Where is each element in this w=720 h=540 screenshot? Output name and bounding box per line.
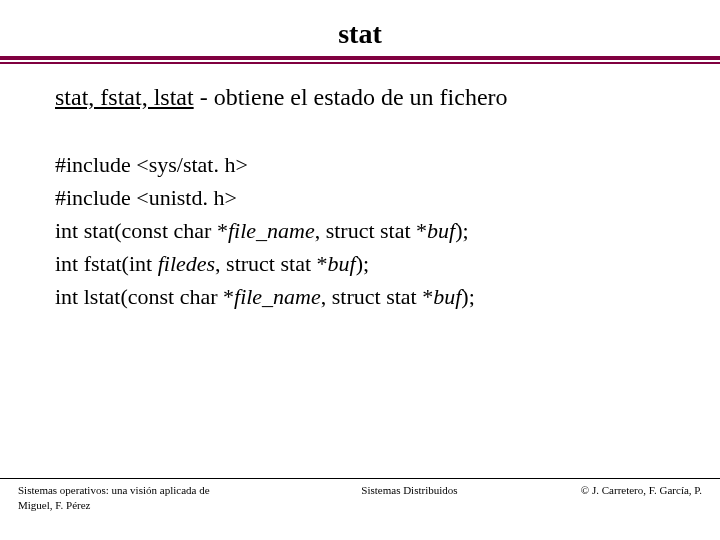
code-line: int lstat(const char *file_name, struct … — [55, 280, 665, 313]
rule-thick — [0, 56, 720, 60]
code-italic: filedes — [158, 251, 215, 276]
code-text: , struct stat * — [315, 218, 427, 243]
subtitle-underlined: stat, fstat, lstat — [55, 84, 194, 110]
code-text: int stat(const char * — [55, 218, 228, 243]
code-line: #include <unistd. h> — [55, 181, 665, 214]
title-area: stat — [0, 0, 720, 64]
code-line: int fstat(int filedes, struct stat *buf)… — [55, 247, 665, 280]
footer-row: Sistemas operativos: una visión aplicada… — [0, 483, 720, 512]
code-text: int fstat(int — [55, 251, 158, 276]
code-italic: buf — [427, 218, 455, 243]
subtitle-rest: - obtiene el estado de un fichero — [194, 84, 508, 110]
page-title: stat — [0, 18, 720, 50]
footer-right: © J. Carretero, F. García, P. — [581, 483, 702, 512]
code-text: ); — [461, 284, 474, 309]
slide: stat stat, fstat, lstat - obtiene el est… — [0, 0, 720, 540]
code-line: int stat(const char *file_name, struct s… — [55, 214, 665, 247]
footer: Sistemas operativos: una visión aplicada… — [0, 478, 720, 512]
footer-center: Sistemas Distribuidos — [361, 483, 457, 512]
code-text: , struct stat * — [321, 284, 433, 309]
footer-rule — [0, 478, 720, 479]
title-rule — [0, 56, 720, 64]
code-text: , struct stat * — [215, 251, 327, 276]
footer-left: Sistemas operativos: una visión aplicada… — [18, 483, 238, 512]
code-italic: file_name — [234, 284, 321, 309]
code-block: #include <sys/stat. h> #include <unistd.… — [55, 148, 665, 313]
code-text: #include <sys/stat. h> — [55, 152, 248, 177]
code-text: #include <unistd. h> — [55, 185, 237, 210]
content-area: stat, fstat, lstat - obtiene el estado d… — [0, 64, 720, 313]
code-italic: buf — [328, 251, 356, 276]
code-text: ); — [455, 218, 468, 243]
code-italic: file_name — [228, 218, 315, 243]
subtitle: stat, fstat, lstat - obtiene el estado d… — [55, 82, 665, 112]
code-italic: buf — [433, 284, 461, 309]
code-text: int lstat(const char * — [55, 284, 234, 309]
code-text: ); — [356, 251, 369, 276]
code-line: #include <sys/stat. h> — [55, 148, 665, 181]
